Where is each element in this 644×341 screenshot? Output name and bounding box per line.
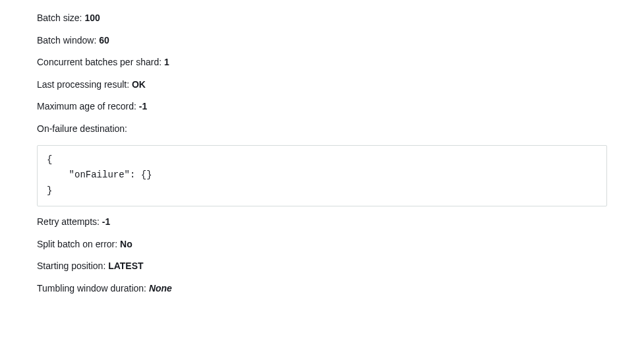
retry-attempts-value: -1	[102, 216, 110, 227]
last-result-label: Last processing result:	[37, 79, 132, 90]
split-batch-row: Split batch on error: No	[37, 238, 607, 251]
max-age-value: -1	[139, 101, 147, 111]
last-result-value: OK	[132, 79, 146, 90]
tumbling-window-label: Tumbling window duration:	[37, 283, 149, 294]
starting-position-row: Starting position: LATEST	[37, 260, 607, 273]
batch-size-label: Batch size:	[37, 13, 84, 23]
split-batch-value: No	[120, 239, 132, 249]
retry-attempts-row: Retry attempts: -1	[37, 216, 607, 229]
concurrent-batches-row: Concurrent batches per shard: 1	[37, 56, 607, 69]
batch-size-row: Batch size: 100	[37, 12, 607, 25]
last-result-row: Last processing result: OK	[37, 78, 607, 92]
starting-position-value: LATEST	[108, 261, 143, 271]
batch-window-label: Batch window:	[37, 35, 99, 46]
tumbling-window-row: Tumbling window duration: None	[37, 282, 607, 295]
starting-position-label: Starting position:	[37, 261, 108, 271]
batch-window-value: 60	[99, 35, 109, 46]
on-failure-code-block: { "onFailure": {} }	[37, 145, 607, 206]
tumbling-window-value: None	[149, 283, 172, 294]
batch-size-value: 100	[84, 13, 100, 23]
split-batch-label: Split batch on error:	[37, 239, 120, 249]
batch-window-row: Batch window: 60	[37, 34, 607, 47]
concurrent-batches-value: 1	[164, 57, 169, 67]
on-failure-label: On-failure destination:	[37, 123, 127, 134]
max-age-row: Maximum age of record: -1	[37, 100, 607, 113]
retry-attempts-label: Retry attempts:	[37, 216, 102, 227]
concurrent-batches-label: Concurrent batches per shard:	[37, 57, 164, 67]
on-failure-row: On-failure destination:	[37, 123, 607, 136]
max-age-label: Maximum age of record:	[37, 101, 139, 111]
